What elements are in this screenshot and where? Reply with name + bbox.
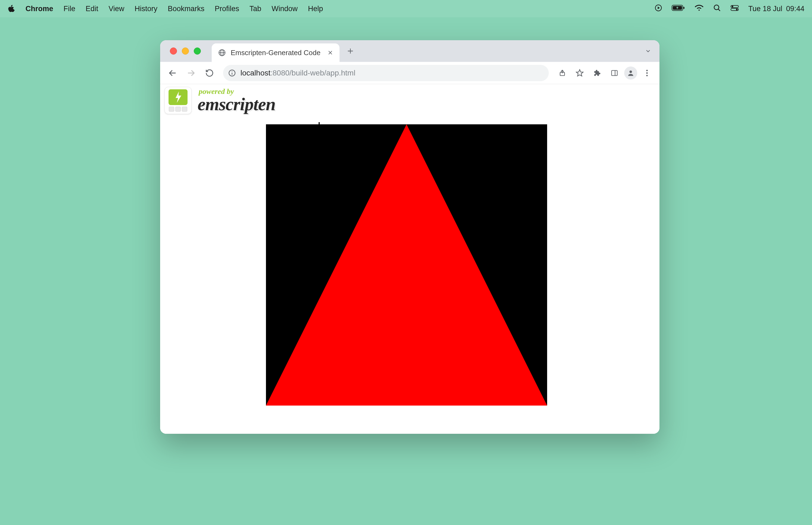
svg-marker-25	[577, 70, 583, 76]
browser-toolbar: localhost:8080/build-web/app.html	[160, 62, 659, 84]
menu-bookmarks[interactable]: Bookmarks	[168, 5, 204, 13]
menu-edit[interactable]: Edit	[86, 5, 98, 13]
svg-point-10	[736, 9, 737, 10]
tab-title: Emscripten-Generated Code	[231, 49, 321, 57]
bookmark-button[interactable]	[572, 65, 587, 80]
reload-button[interactable]	[202, 65, 217, 80]
url-text: localhost:8080/build-web/app.html	[241, 69, 355, 77]
browser-tab[interactable]: Emscripten-Generated Code	[212, 43, 339, 62]
menubar-right: Tue 18 Jul 09:44	[654, 4, 805, 14]
svg-marker-1	[658, 6, 660, 9]
spotlight-icon[interactable]	[713, 4, 721, 14]
window-close-button[interactable]	[170, 47, 177, 55]
screen-record-icon[interactable]	[654, 4, 662, 14]
menubar-left: Chrome File Edit View History Bookmarks …	[7, 5, 323, 13]
forward-button[interactable]	[183, 65, 199, 80]
svg-rect-26	[612, 70, 617, 75]
wifi-icon[interactable]	[694, 4, 704, 13]
url-host: localhost	[241, 69, 271, 77]
page-content: powered by emscripten	[160, 84, 659, 434]
window-zoom-button[interactable]	[194, 47, 201, 55]
control-center-icon[interactable]	[730, 4, 739, 13]
svg-point-29	[646, 70, 647, 71]
tab-strip: Emscripten-Generated Code	[160, 40, 659, 62]
window-minimize-button[interactable]	[182, 47, 189, 55]
svg-point-28	[629, 70, 632, 73]
profile-avatar-button[interactable]	[624, 66, 637, 79]
toolbar-right	[555, 65, 655, 80]
window-controls	[170, 47, 201, 55]
webgl-canvas[interactable]	[266, 124, 547, 406]
chrome-menu-button[interactable]	[639, 65, 655, 80]
battery-icon[interactable]	[672, 4, 685, 13]
tab-close-button[interactable]	[326, 49, 334, 57]
svg-point-5	[714, 5, 719, 10]
red-triangle	[266, 124, 547, 406]
menu-view[interactable]: View	[109, 5, 124, 13]
menu-window[interactable]: Window	[272, 5, 298, 13]
address-bar[interactable]: localhost:8080/build-web/app.html	[223, 65, 549, 81]
apple-logo-icon[interactable]	[7, 5, 15, 13]
clock-date: Tue 18 Jul	[748, 5, 782, 13]
extensions-button[interactable]	[589, 65, 605, 80]
new-tab-button[interactable]	[343, 43, 358, 59]
share-button[interactable]	[555, 65, 570, 80]
canvas-tick-mark	[319, 122, 320, 124]
url-path: :8080/build-web/app.html	[271, 69, 355, 77]
svg-point-30	[646, 72, 647, 74]
menu-profiles[interactable]: Profiles	[215, 5, 239, 13]
clock-time: 09:44	[786, 5, 805, 13]
menu-tab[interactable]: Tab	[249, 5, 261, 13]
globe-icon	[218, 48, 226, 57]
svg-line-6	[718, 9, 720, 11]
menu-history[interactable]: History	[135, 5, 157, 13]
chrome-window: Emscripten-Generated Code localho	[160, 40, 659, 434]
menu-help[interactable]: Help	[308, 5, 323, 13]
menubar-clock[interactable]: Tue 18 Jul 09:44	[748, 5, 805, 13]
emscripten-header: powered by emscripten	[165, 87, 275, 114]
macos-menubar: Chrome File Edit View History Bookmarks …	[0, 0, 812, 17]
svg-point-31	[646, 75, 647, 76]
svg-rect-4	[683, 7, 685, 9]
emscripten-logo-icon	[165, 87, 191, 114]
menubar-app-name[interactable]: Chrome	[26, 5, 53, 13]
svg-point-8	[732, 6, 733, 7]
site-info-icon[interactable]	[228, 69, 236, 77]
back-button[interactable]	[165, 65, 180, 80]
emscripten-brand-label: emscripten	[198, 95, 275, 113]
menu-file[interactable]: File	[63, 5, 75, 13]
svg-point-22	[232, 71, 233, 72]
side-panel-button[interactable]	[607, 65, 622, 80]
tab-overflow-button[interactable]	[642, 45, 654, 57]
emscripten-title: powered by emscripten	[198, 88, 275, 113]
